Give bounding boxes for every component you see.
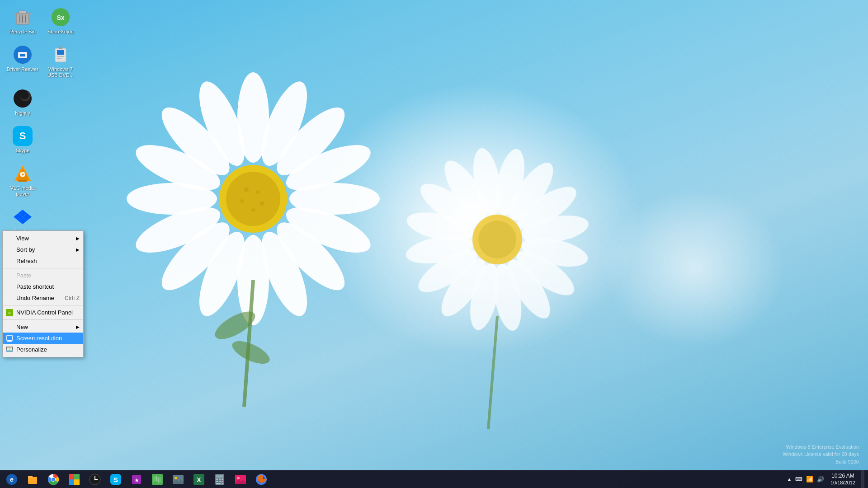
license-line3: Build 9200	[783, 458, 859, 466]
svg-rect-91	[28, 477, 37, 484]
desktop-icon-nightly[interactable]: Nightly	[5, 86, 41, 118]
desktop-icon-sharemod[interactable]: Sx ShareXmod	[42, 5, 79, 37]
menu-item-sort-by[interactable]: Sort by	[3, 244, 83, 255]
desktop-icon-windows7-usb[interactable]: Windows 7 USB DVD...	[42, 42, 79, 80]
taskbar-app-calc[interactable]	[210, 471, 230, 488]
menu-view-label: View	[16, 235, 29, 242]
taskbar-app-images[interactable]	[231, 471, 250, 488]
context-menu: View Sort by Refresh Paste Paste shortcu…	[2, 230, 84, 357]
taskbar-app-photos[interactable]	[168, 471, 188, 488]
taskbar-app-excel[interactable]: X	[189, 471, 209, 488]
taskbar-app-clock[interactable]	[85, 471, 105, 488]
desktop-icon-vlc[interactable]: VLC media player	[5, 161, 41, 199]
svg-rect-120	[219, 481, 221, 482]
nightly-label: Nightly	[15, 110, 30, 116]
svg-rect-119	[216, 481, 218, 482]
svg-point-125	[237, 477, 240, 479]
menu-undo-rename-shortcut: Ctrl+Z	[65, 295, 80, 301]
menu-item-nvidia[interactable]: N NVIDIA Control Panel	[3, 307, 83, 318]
taskbar-app-chrome[interactable]	[43, 471, 63, 488]
desktop-icon-skype[interactable]: S Skype	[5, 123, 41, 155]
svg-rect-92	[28, 476, 33, 478]
show-desktop-button[interactable]	[861, 470, 864, 488]
svg-rect-121	[222, 481, 223, 482]
menu-sort-by-label: Sort by	[16, 246, 35, 253]
license-info: Windows 8 Enterprise Evaluation Windows …	[783, 443, 859, 466]
tray-volume-icon[interactable]: 🔊	[816, 475, 825, 483]
svg-text:S: S	[113, 476, 118, 483]
sharemod-label: ShareXmod	[47, 29, 74, 35]
svg-rect-99	[74, 479, 80, 485]
tray-icons: ▲ ⌨ 📶 🔊	[786, 475, 825, 483]
menu-item-undo-rename[interactable]: Undo Rename Ctrl+Z	[3, 292, 83, 304]
menu-item-new[interactable]: New	[3, 321, 83, 333]
svg-point-95	[52, 478, 55, 481]
clock-time: 10:26 AM	[831, 473, 854, 480]
svg-rect-115	[216, 475, 223, 478]
svg-rect-60	[59, 47, 62, 49]
svg-text:Sx: Sx	[57, 14, 64, 21]
svg-text:★: ★	[134, 477, 139, 483]
svg-rect-122	[216, 483, 221, 484]
menu-undo-rename-label: Undo Rename	[16, 295, 54, 301]
personalize-icon	[5, 346, 14, 354]
screen-resolution-icon	[5, 334, 14, 343]
taskbar-app-store[interactable]	[64, 471, 84, 488]
menu-paste-label: Paste	[16, 272, 31, 279]
menu-item-view[interactable]: View	[3, 233, 83, 244]
desktop-icon-driver-reewer[interactable]: Driver Reewer	[5, 42, 41, 80]
svg-rect-117	[219, 479, 221, 480]
menu-item-refresh[interactable]: Refresh	[3, 255, 83, 267]
taskbar-app-firefox[interactable]	[251, 471, 271, 488]
menu-separator-2	[3, 305, 83, 305]
svg-rect-87	[6, 350, 13, 352]
tray-keyboard-icon[interactable]: ⌨	[794, 475, 803, 483]
clock-date: 10/18/2012	[830, 479, 855, 486]
svg-text:e: e	[10, 476, 14, 483]
desktop-background	[0, 0, 868, 488]
clock[interactable]: 10:26 AM 10/18/2012	[827, 473, 859, 486]
svg-rect-57	[57, 50, 64, 55]
tray-arrow-icon[interactable]: ▲	[786, 476, 793, 483]
driver-reewer-label: Driver Reewer	[7, 66, 38, 72]
svg-rect-47	[14, 13, 31, 14]
taskbar-app-ie[interactable]: e	[2, 471, 22, 488]
menu-personalize-label: Personalize	[16, 346, 47, 353]
svg-rect-67	[18, 180, 27, 182]
svg-text:X: X	[197, 476, 201, 483]
menu-item-paste-shortcut[interactable]: Paste shortcut	[3, 281, 83, 292]
skype-label: Skype	[16, 148, 30, 154]
svg-rect-97	[74, 474, 80, 479]
menu-refresh-label: Refresh	[16, 258, 37, 264]
svg-rect-98	[69, 479, 74, 485]
menu-item-paste[interactable]: Paste	[3, 270, 83, 281]
taskbar-app-1[interactable]: ★	[127, 471, 146, 488]
recycle-bin-label: Recycle Bin	[9, 29, 36, 35]
menu-item-screen-resolution[interactable]: Screen resolution	[3, 333, 83, 344]
license-line2: Windows License valid for 60 days	[783, 450, 859, 458]
svg-rect-83	[8, 340, 11, 341]
tray-network-icon[interactable]: 📶	[805, 475, 814, 483]
taskbar-app-maps[interactable]	[147, 471, 167, 488]
taskbar-app-skype[interactable]: S	[106, 471, 126, 488]
menu-nvidia-label: NVIDIA Control Panel	[16, 309, 73, 316]
vlc-label: VLC media player	[6, 185, 39, 197]
taskbar-app-explorer[interactable]	[23, 471, 42, 488]
windows7-usb-label: Windows 7 USB DVD...	[44, 66, 77, 78]
menu-screen-resolution-label: Screen resolution	[16, 335, 62, 342]
svg-rect-58	[57, 56, 64, 57]
menu-item-personalize[interactable]: Personalize	[3, 344, 83, 355]
desktop-icon-recycle-bin[interactable]: Recycle Bin	[5, 5, 41, 37]
svg-rect-96	[69, 474, 74, 479]
license-line1: Windows 8 Enterprise Evaluation	[783, 443, 859, 451]
svg-rect-59	[57, 58, 61, 59]
svg-point-63	[20, 90, 29, 99]
svg-rect-84	[7, 341, 12, 342]
menu-separator-1	[3, 268, 83, 268]
svg-point-104	[94, 479, 96, 480]
svg-rect-123	[222, 483, 223, 484]
menu-paste-shortcut-label: Paste shortcut	[16, 283, 54, 290]
svg-rect-66	[19, 177, 26, 180]
svg-rect-55	[20, 54, 25, 56]
menu-new-label: New	[16, 324, 28, 330]
